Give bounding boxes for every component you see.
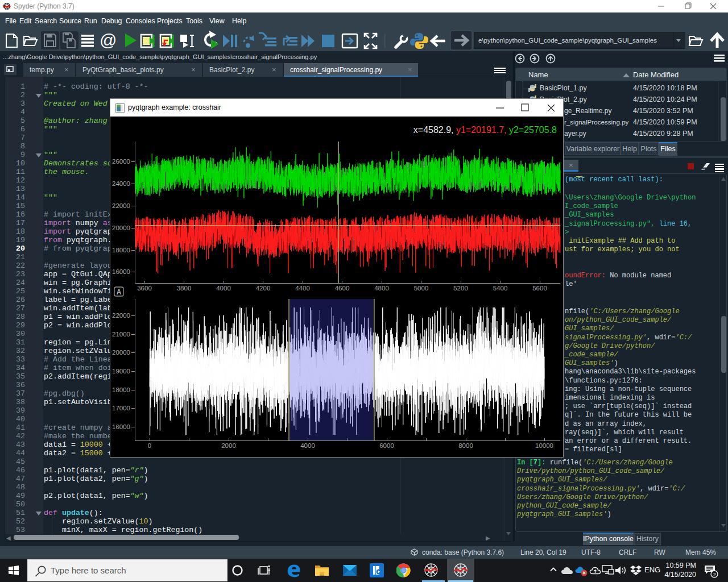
svg-text:20000: 20000 <box>112 225 130 231</box>
svg-text:18000: 18000 <box>112 247 130 253</box>
svg-text:24000: 24000 <box>112 180 130 187</box>
svg-text:19000: 19000 <box>112 368 130 375</box>
svg-text:4000: 4000 <box>216 285 231 292</box>
svg-text:16000: 16000 <box>112 268 130 275</box>
svg-text:4200: 4200 <box>256 285 271 292</box>
svg-text:3800: 3800 <box>177 285 192 292</box>
svg-text:26000: 26000 <box>112 158 130 165</box>
svg-text:5000: 5000 <box>414 285 429 292</box>
svg-text:17000: 17000 <box>112 405 130 411</box>
svg-text:20000: 20000 <box>112 349 130 356</box>
svg-text:2: 2 <box>713 572 716 577</box>
svg-text:10000: 10000 <box>535 442 553 449</box>
svg-text:21000: 21000 <box>112 331 130 338</box>
svg-text:A: A <box>117 288 122 296</box>
svg-text:4800: 4800 <box>374 285 389 292</box>
svg-text:5400: 5400 <box>493 285 508 292</box>
svg-text:4000: 4000 <box>300 442 315 449</box>
svg-text:6000: 6000 <box>379 442 394 449</box>
svg-text:16000: 16000 <box>112 423 130 430</box>
svg-text:5200: 5200 <box>453 285 468 292</box>
svg-text:3600: 3600 <box>137 285 152 292</box>
svg-text:2000: 2000 <box>221 442 236 449</box>
svg-text:8000: 8000 <box>458 442 473 449</box>
svg-text:0: 0 <box>148 442 151 449</box>
svg-text:@: @ <box>100 31 117 49</box>
svg-text:4400: 4400 <box>295 285 310 292</box>
svg-text:18000: 18000 <box>112 386 130 393</box>
svg-text:22000: 22000 <box>112 312 130 319</box>
svg-text:4600: 4600 <box>335 285 350 292</box>
svg-text:5600: 5600 <box>532 285 547 292</box>
svg-text:22000: 22000 <box>112 202 130 209</box>
svg-text:x=4582.9, y1=20191.7, y2=25705: x=4582.9, y1=20191.7, y2=25705.8 <box>413 125 557 135</box>
